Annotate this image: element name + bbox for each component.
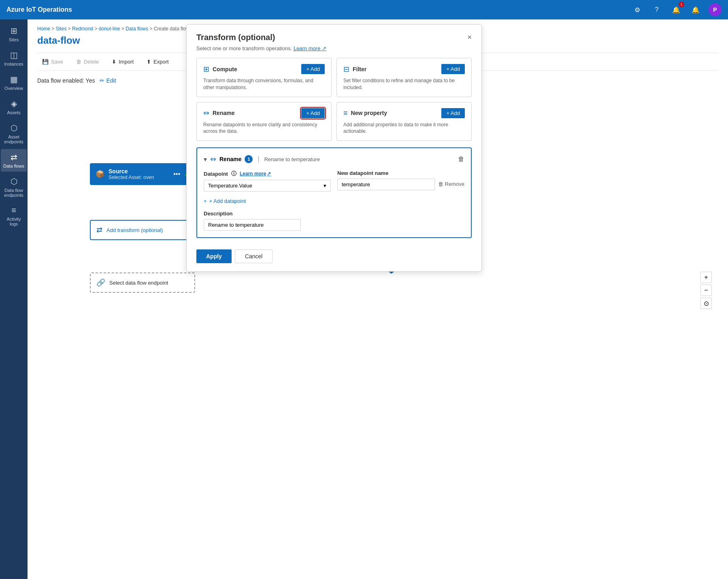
zoom-out-button[interactable]: − [700,285,712,296]
source-node-icon: 📦 [96,170,104,179]
transform-node[interactable]: ⇄ Add transform (optional) [90,220,195,240]
avatar[interactable]: P [709,3,722,16]
import-button[interactable]: ⬇ Import [107,56,138,67]
transform-node-label: Add transform (optional) [106,227,163,233]
rename-section-icon: ⇔ [210,155,216,164]
source-node-menu[interactable]: ••• [173,170,180,178]
delete-icon: 🗑 [76,59,81,65]
learn-more-link-top[interactable]: Learn more ↗ [294,45,326,51]
sidebar-item-assets[interactable]: ◈ Assets [1,96,27,118]
sidebar-item-overview[interactable]: ▦ Overview [1,71,27,94]
breadcrumb-donut-line[interactable]: donut-line [99,26,120,32]
source-node-subtitle: Selected Asset: oven [109,175,169,180]
new-property-title: New property [351,110,387,116]
filter-desc: Set filter conditions to refine and mana… [343,77,465,91]
instances-icon: ◫ [10,50,18,60]
edit-icon: ✏ [100,77,104,84]
rename-add-button[interactable]: + Add [301,108,325,118]
breadcrumb-redmond[interactable]: Redmond [72,26,93,32]
rename-delete-button[interactable]: 🗑 [458,155,464,163]
panel-header: Transform (optional) × [196,33,472,42]
breadcrumb-home[interactable]: Home [37,26,50,32]
edit-button[interactable]: ✏ Edit [100,77,116,84]
op-card-filter-header: ⊟ Filter + Add [343,64,465,74]
data-flows-icon: ⇄ [11,152,17,162]
sidebar: ⊞ Sites ◫ Instances ▦ Overview ◈ Assets … [0,19,28,579]
save-icon: 💾 [42,59,49,65]
notification-bell[interactable]: 🔔 1 [670,3,683,16]
rename-section: ▾ ⇔ Rename 1 | Rename to temperature 🗑 D… [196,147,472,238]
new-name-input[interactable] [337,179,435,190]
datapoint-info-icon: ⓘ [231,170,236,177]
learn-more-link-datapoint[interactable]: Learn more ↗ [240,171,271,177]
sidebar-item-data-flows[interactable]: ⇄ Data flows [1,149,27,172]
sidebar-item-activity-logs[interactable]: ≡ Activity logs [1,202,27,230]
new-property-add-button[interactable]: + Add [441,108,465,118]
rename-chevron-icon[interactable]: ▾ [204,155,207,163]
op-card-filter: ⊟ Filter + Add Set filter conditions to … [336,58,472,97]
app-title: Azure IoT Operations [6,6,631,13]
sidebar-item-data-flow-endpoints[interactable]: ⬡ Data flow endpoints [1,173,27,201]
cancel-button[interactable]: Cancel [235,249,273,263]
panel-close-button[interactable]: × [467,33,472,42]
notification-badge: 1 [679,2,684,7]
op-card-rename: ⇔ Rename + Add Rename datapoints to ensu… [196,102,332,141]
compute-title: Compute [213,66,237,72]
save-button[interactable]: 💾 Save [37,56,68,67]
zoom-controls: + − ⊙ [700,272,712,309]
sidebar-item-label: Data flow endpoints [2,188,25,198]
datapoint-select[interactable]: Temperature.Value ▾ [204,180,331,192]
endpoint-node[interactable]: 🔗 Select data flow endpoint [90,272,195,293]
new-name-label: New datapoint name [337,170,435,176]
delete-button[interactable]: 🗑 Delete [71,56,104,67]
compute-icon: ⊞ [203,65,209,74]
datapoint-field-group: Datapoint ⓘ Learn more ↗ Temperature.Val… [204,170,331,192]
asset-endpoints-icon: ⬡ [11,123,17,133]
help-icon[interactable]: ? [650,3,663,16]
data-flow-endpoints-icon: ⬡ [11,177,17,186]
import-icon: ⬇ [112,59,116,65]
breadcrumb-current: Create data flow [154,26,189,32]
op-card-rename-header: ⇔ Rename + Add [203,108,325,118]
zoom-in-button[interactable]: + [700,272,712,283]
add-datapoint-button[interactable]: + + Add datapoint [204,198,246,204]
zoom-reset-button[interactable]: ⊙ [700,298,712,309]
breadcrumb-data-flows[interactable]: Data flows [126,26,148,32]
rename-section-title: Rename [219,156,241,162]
overview-icon: ▦ [10,75,18,84]
panel-subtitle: Select one or more transform operations.… [196,45,472,51]
rename-separator: | [258,155,259,163]
description-input[interactable] [204,219,301,231]
select-chevron-icon: ▾ [324,183,326,189]
filter-icon: ⊟ [343,65,349,74]
nav-icons: ⚙ ? 🔔 1 🔔 P [631,3,722,16]
source-node-title: Source [109,168,169,175]
filter-add-button[interactable]: + Add [441,64,465,74]
rename-icon: ⇔ [203,109,209,117]
apply-button[interactable]: Apply [196,249,232,263]
sidebar-item-label: Instances [4,62,23,66]
alert-icon[interactable]: 🔔 [689,3,702,16]
rename-badge: 1 [245,155,253,163]
sidebar-item-label: Data flows [3,164,24,168]
sidebar-item-sites[interactable]: ⊞ Sites [1,23,27,45]
export-button[interactable]: ⬆ Export [142,56,174,67]
remove-icon: 🗑 [438,181,443,187]
op-card-compute: ⊞ Compute + Add Transform data through c… [196,58,332,97]
rename-section-header: ▾ ⇔ Rename 1 | Rename to temperature 🗑 [204,155,464,164]
rename-title: Rename [213,110,234,116]
data-flow-enabled-label: Data flow enabled: Yes [37,77,95,84]
settings-icon[interactable]: ⚙ [631,3,644,16]
new-property-desc: Add additional properties to data to mak… [343,121,465,135]
compute-add-button[interactable]: + Add [301,64,325,74]
sidebar-item-label: Overview [4,86,23,91]
remove-button[interactable]: 🗑 Remove [438,181,464,190]
op-card-new-property: ≡ New property + Add Add additional prop… [336,102,472,141]
breadcrumb-sites[interactable]: Sites [56,26,67,32]
rename-desc: Rename datapoints to ensure clarity and … [203,121,325,135]
sidebar-item-label: Assets [7,110,20,115]
endpoint-node-label: Select data flow endpoint [109,280,168,286]
sidebar-item-instances[interactable]: ◫ Instances [1,47,27,70]
source-node[interactable]: 📦 Source Selected Asset: oven ••• ✔ [90,163,195,185]
sidebar-item-asset-endpoints[interactable]: ⬡ Asset endpoints [1,120,27,147]
